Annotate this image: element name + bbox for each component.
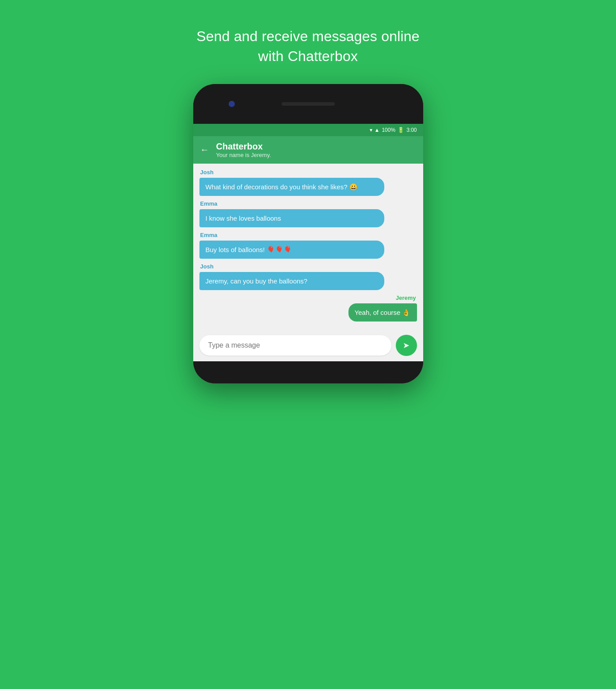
send-icon: ➤	[403, 341, 409, 350]
message-sender: Jeremy	[199, 295, 417, 301]
message-group: EmmaBuy lots of balloons! 🎈🎈🎈	[199, 232, 417, 259]
header-info: Chatterbox Your name is Jeremy.	[216, 142, 271, 158]
status-icons: ▾ ▲ 100% 🔋 3:00	[370, 127, 417, 133]
time-text: 3:00	[406, 127, 417, 133]
message-group: JoshWhat kind of decorations do you thin…	[199, 169, 417, 196]
phone-speaker	[282, 102, 335, 106]
app-subtitle: Your name is Jeremy.	[216, 152, 271, 158]
message-group: EmmaI know she loves balloons	[199, 200, 417, 227]
chat-area: JoshWhat kind of decorations do you thin…	[193, 164, 423, 329]
status-bar: ▾ ▲ 100% 🔋 3:00	[193, 124, 423, 136]
phone-mockup: ▾ ▲ 100% 🔋 3:00 ← Chatterbox Your name i…	[193, 84, 423, 383]
app-header: ← Chatterbox Your name is Jeremy.	[193, 136, 423, 164]
message-sender: Emma	[199, 200, 417, 207]
message-sender: Josh	[199, 169, 417, 176]
input-area: ➤	[193, 329, 423, 361]
message-bubble-wrapper: Yeah, of course 👌	[199, 303, 417, 322]
message-input[interactable]	[199, 335, 391, 356]
message-group: JoshJeremy, can you buy the balloons?	[199, 263, 417, 290]
message-sender: Emma	[199, 232, 417, 238]
battery-icon: 🔋	[398, 127, 404, 133]
phone-top-bar	[193, 84, 423, 124]
message-bubble: Jeremy, can you buy the balloons?	[199, 272, 384, 290]
wifi-icon: ▾	[370, 127, 372, 133]
signal-icon: ▲	[375, 127, 380, 133]
page-title: Send and receive messages online with Ch…	[196, 0, 420, 66]
message-group: JeremyYeah, of course 👌	[199, 295, 417, 322]
battery-text: 100%	[382, 127, 395, 133]
phone-camera	[229, 101, 235, 107]
message-bubble: Buy lots of balloons! 🎈🎈🎈	[199, 241, 384, 259]
phone-bottom-bar	[193, 361, 423, 383]
message-bubble: Yeah, of course 👌	[348, 303, 417, 322]
back-button[interactable]: ←	[200, 145, 209, 155]
message-bubble: I know she loves balloons	[199, 209, 384, 227]
app-title: Chatterbox	[216, 142, 271, 152]
message-bubble: What kind of decorations do you think sh…	[199, 178, 384, 196]
send-button[interactable]: ➤	[396, 335, 417, 356]
phone-screen: ▾ ▲ 100% 🔋 3:00 ← Chatterbox Your name i…	[193, 124, 423, 361]
message-sender: Josh	[199, 263, 417, 270]
